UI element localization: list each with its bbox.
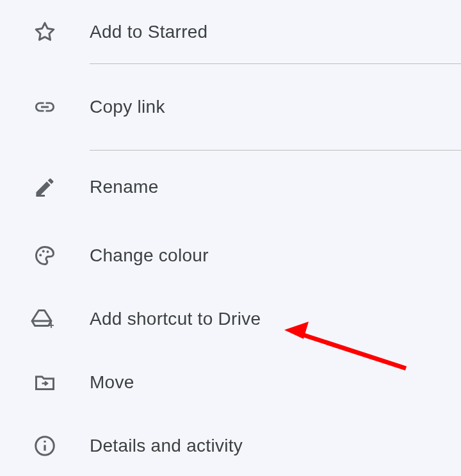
menu-item-label: Change colour — [90, 245, 209, 266]
menu-item-label: Add shortcut to Drive — [90, 309, 261, 329]
link-icon — [0, 95, 90, 119]
star-icon — [0, 21, 90, 44]
context-menu: Add to Starred Copy link Rename — [0, 0, 461, 476]
menu-item-shortcut[interactable]: + Add shortcut to Drive — [0, 287, 461, 350]
menu-item-star[interactable]: Add to Starred — [0, 0, 461, 63]
menu-item-details[interactable]: Details and activity — [0, 414, 461, 476]
menu-item-label: Copy link — [90, 97, 165, 117]
svg-point-2 — [42, 250, 45, 252]
pencil-icon — [0, 176, 90, 199]
menu-item-label: Details and activity — [90, 436, 243, 456]
menu-item-rename[interactable]: Rename — [0, 151, 461, 224]
menu-item-label: Rename — [90, 177, 159, 197]
menu-item-label: Move — [90, 372, 134, 393]
svg-point-3 — [47, 250, 49, 253]
menu-item-copylink[interactable]: Copy link — [0, 64, 461, 150]
menu-item-move[interactable]: Move — [0, 350, 461, 414]
menu-item-colour[interactable]: Change colour — [0, 224, 461, 287]
svg-point-7 — [44, 440, 46, 443]
palette-icon — [0, 244, 90, 267]
menu-item-label: Add to Starred — [90, 22, 207, 42]
drive-shortcut-icon: + — [0, 308, 90, 331]
svg-rect-0 — [36, 195, 45, 197]
svg-point-1 — [39, 254, 42, 256]
move-folder-icon — [0, 371, 90, 394]
info-icon — [0, 434, 90, 457]
